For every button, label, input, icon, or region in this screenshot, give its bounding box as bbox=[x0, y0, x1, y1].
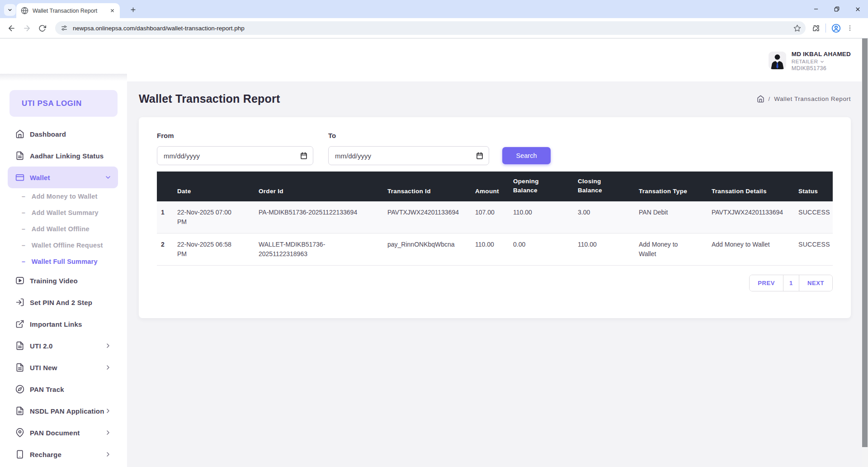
pagination-prev-button[interactable]: PREV bbox=[750, 275, 783, 291]
page-title: Wallet Transaction Report bbox=[139, 92, 280, 105]
sidebar-item-label: Wallet bbox=[30, 174, 104, 181]
cell-date: 22-Nov-2025 06:58 PM bbox=[173, 234, 255, 266]
bullet-dash: – bbox=[22, 193, 25, 200]
filter-form: From To Search bbox=[157, 132, 833, 165]
sidebar-header-shadow bbox=[0, 74, 127, 81]
page-content: Wallet Transaction Report / Wallet Trans… bbox=[127, 81, 862, 467]
chevron-right-icon bbox=[104, 451, 112, 458]
sidebar-item-training-video[interactable]: Training Video bbox=[8, 270, 118, 291]
sidebar-item-nsdl-pan-application[interactable]: NSDL PAN Application bbox=[8, 400, 118, 422]
video-play-icon bbox=[15, 276, 24, 285]
toolbar-right-controls bbox=[812, 24, 854, 33]
extensions-button[interactable] bbox=[812, 24, 820, 32]
search-button[interactable]: Search bbox=[502, 147, 551, 164]
file-icon bbox=[15, 341, 24, 350]
bookmark-star-icon[interactable] bbox=[793, 24, 801, 32]
brand-badge[interactable]: UTI PSA LOGIN bbox=[9, 90, 118, 117]
pagination-next-button[interactable]: NEXT bbox=[799, 275, 832, 291]
home-icon bbox=[15, 129, 24, 138]
cell-transation-details: PAVTXJWX24201133694 bbox=[708, 201, 794, 234]
new-tab-button[interactable] bbox=[127, 4, 138, 15]
sidebar-item-dashboard[interactable]: Dashboard bbox=[8, 123, 118, 145]
sidebar-nav: Dashboard Aadhar Linking Status Wallet –… bbox=[0, 123, 127, 465]
table-row: 2 22-Nov-2025 06:58 PM WALLET-MDIKB51736… bbox=[157, 234, 833, 266]
home-icon[interactable] bbox=[757, 95, 764, 103]
chevron-right-icon bbox=[104, 342, 112, 349]
cell-amount: 110.00 bbox=[471, 234, 509, 266]
browser-tab-strip: Wallet Transaction Report bbox=[0, 0, 868, 18]
cell-amount: 107.00 bbox=[471, 201, 509, 234]
breadcrumb-current: Wallet Transaction Report bbox=[774, 95, 851, 102]
sidebar-item-uti-2-0[interactable]: UTI 2.0 bbox=[8, 335, 118, 357]
sidebar-item-label: Aadhar Linking Status bbox=[30, 152, 112, 160]
profile-button[interactable] bbox=[831, 24, 841, 33]
sidebar-item-recharge[interactable]: Recharge bbox=[8, 443, 118, 465]
sidebar-item-label: Training Video bbox=[30, 277, 112, 285]
sidebar-item-label: Set PIN And 2 Step bbox=[30, 299, 112, 306]
chevron-right-icon bbox=[104, 364, 112, 371]
chevron-down-icon bbox=[104, 174, 112, 181]
col-header-index bbox=[157, 172, 173, 201]
browser-menu-button[interactable] bbox=[846, 24, 854, 32]
breadcrumb-separator: / bbox=[769, 95, 770, 102]
sidebar-item-label: NSDL PAN Application bbox=[30, 407, 104, 415]
user-menu[interactable]: MD IKBAL AHAMED RETAILER MDIKB51736 bbox=[769, 51, 851, 71]
sidebar-item-wallet[interactable]: Wallet bbox=[8, 167, 118, 188]
sidebar-subitem-wallet-full-summary[interactable]: – Wallet Full Summary bbox=[8, 253, 119, 270]
sidebar-item-aadhar-linking-status[interactable]: Aadhar Linking Status bbox=[8, 145, 118, 167]
browser-tab[interactable]: Wallet Transaction Report bbox=[16, 3, 120, 18]
sidebar-item-pan-track[interactable]: PAN Track bbox=[8, 378, 118, 400]
chevron-right-icon bbox=[104, 407, 112, 415]
close-icon bbox=[110, 8, 115, 13]
cell-row-number: 2 bbox=[157, 234, 173, 266]
site-settings-icon[interactable] bbox=[61, 24, 68, 32]
sidebar-subitem-add-money-to-wallet[interactable]: – Add Money to Wallet bbox=[8, 188, 119, 205]
bullet-dash: – bbox=[22, 258, 25, 265]
sidebar-item-pan-document[interactable]: PAN Document bbox=[8, 422, 118, 443]
reload-button[interactable] bbox=[34, 20, 50, 36]
url-bar[interactable]: newpsa.onlinepsa.com/dashboard/wallet-tr… bbox=[55, 21, 806, 35]
cell-closing-balance: 3.00 bbox=[574, 201, 635, 234]
scrollbar-thumb[interactable] bbox=[862, 38, 868, 447]
table-row: 1 22-Nov-2025 07:00 PM PA-MDIKB51736-202… bbox=[157, 201, 833, 234]
report-card: From To Search bbox=[139, 117, 851, 318]
sidebar-item-uti-new[interactable]: UTI New bbox=[8, 357, 118, 378]
sidebar-item-set-pin-and-2-step[interactable]: Set PIN And 2 Step bbox=[8, 291, 118, 313]
restore-button[interactable] bbox=[833, 5, 841, 13]
from-date-input[interactable] bbox=[157, 146, 313, 165]
title-row: Wallet Transaction Report / Wallet Trans… bbox=[139, 89, 851, 108]
minimize-button[interactable] bbox=[812, 5, 820, 13]
bullet-dash: – bbox=[22, 225, 25, 233]
tab-close-button[interactable] bbox=[108, 7, 116, 15]
col-header-date: Date bbox=[173, 172, 255, 201]
page-scrollbar[interactable] bbox=[862, 38, 868, 467]
avatar bbox=[769, 52, 786, 69]
cell-order-id: WALLET-MDIKB51736-20251122318963 bbox=[255, 234, 383, 266]
col-header-amount: Amount bbox=[471, 172, 509, 201]
puzzle-icon bbox=[812, 24, 820, 32]
user-meta: MD IKBAL AHAMED RETAILER MDIKB51736 bbox=[792, 51, 851, 71]
to-date-input[interactable] bbox=[328, 146, 489, 165]
pagination-page-1[interactable]: 1 bbox=[783, 275, 799, 291]
sidebar-subitem-add-wallet-summary[interactable]: – Add Wallet Summary bbox=[8, 205, 119, 221]
sidebar-logo-area bbox=[0, 38, 127, 74]
cell-status: SUCCESS bbox=[794, 234, 833, 266]
brand-label: UTI PSA LOGIN bbox=[22, 99, 82, 108]
close-window-button[interactable] bbox=[854, 5, 862, 13]
sidebar-subitem-wallet-offline-request[interactable]: – Wallet Offline Request bbox=[8, 237, 119, 253]
cell-transaction-id: pay_RinnONKbqWbcna bbox=[383, 234, 471, 266]
cell-status: SUCCESS bbox=[794, 201, 833, 234]
toolbar-separator bbox=[826, 24, 826, 33]
forward-button[interactable] bbox=[19, 20, 34, 36]
bullet-dash: – bbox=[22, 209, 25, 216]
main-area: MD IKBAL AHAMED RETAILER MDIKB51736 Wall… bbox=[127, 38, 862, 467]
sidebar-subitem-add-wallet-offline[interactable]: – Add Wallet Offline bbox=[8, 221, 119, 237]
tab-search-button[interactable] bbox=[4, 4, 16, 16]
col-header-opening-balance: Opening Balance bbox=[509, 172, 574, 201]
user-role[interactable]: RETAILER bbox=[792, 59, 851, 64]
cell-opening-balance: 110.00 bbox=[509, 201, 574, 234]
app-frame: UTI PSA LOGIN Dashboard Aadhar Linking S… bbox=[0, 38, 868, 467]
sidebar-item-important-links[interactable]: Important Links bbox=[8, 313, 118, 335]
arrow-left-icon bbox=[7, 24, 16, 33]
back-button[interactable] bbox=[4, 20, 19, 36]
